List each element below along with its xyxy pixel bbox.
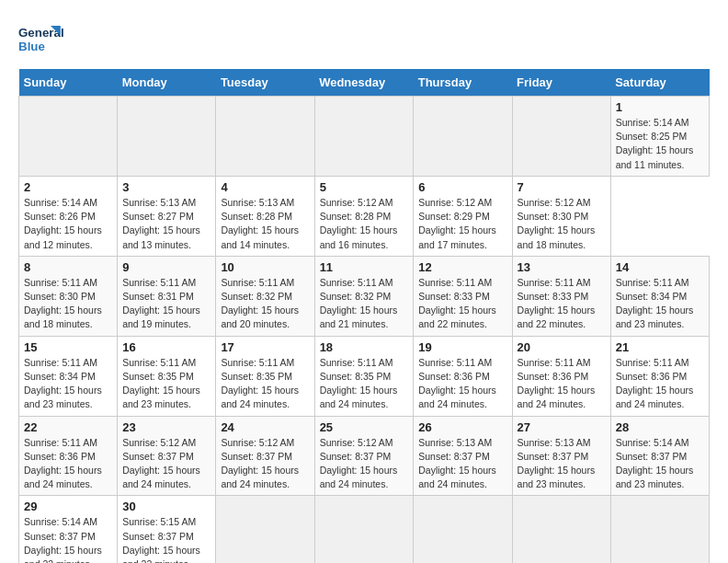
weekday-header-row: SundayMondayTuesdayWednesdayThursdayFrid…: [19, 69, 710, 97]
day-number: 25: [320, 420, 409, 434]
day-info: Sunrise: 5:13 AMSunset: 8:27 PMDaylight:…: [122, 196, 210, 252]
calendar-cell: 19Sunrise: 5:11 AMSunset: 8:36 PMDayligh…: [414, 336, 512, 416]
calendar-cell: 25Sunrise: 5:12 AMSunset: 8:37 PMDayligh…: [314, 416, 414, 496]
calendar-week-row: 8Sunrise: 5:11 AMSunset: 8:30 PMDaylight…: [19, 256, 710, 336]
day-info: Sunrise: 5:12 AMSunset: 8:28 PMDaylight:…: [320, 196, 409, 252]
calendar-cell: 7Sunrise: 5:12 AMSunset: 8:30 PMDaylight…: [512, 176, 610, 256]
calendar-cell: 17Sunrise: 5:11 AMSunset: 8:35 PMDayligh…: [216, 336, 314, 416]
day-info: Sunrise: 5:12 AMSunset: 8:37 PMDaylight:…: [320, 436, 409, 492]
day-info: Sunrise: 5:13 AMSunset: 8:37 PMDaylight:…: [518, 436, 606, 492]
calendar-cell: 26Sunrise: 5:13 AMSunset: 8:37 PMDayligh…: [414, 416, 512, 496]
day-number: 10: [221, 260, 309, 274]
logo-icon: GeneralBlue: [18, 18, 64, 60]
day-info: Sunrise: 5:11 AMSunset: 8:35 PMDaylight:…: [221, 356, 309, 412]
day-number: 28: [616, 420, 704, 434]
calendar-cell: 5Sunrise: 5:12 AMSunset: 8:28 PMDaylight…: [314, 176, 414, 256]
calendar-cell: [216, 496, 314, 563]
day-info: Sunrise: 5:13 AMSunset: 8:28 PMDaylight:…: [221, 196, 309, 252]
day-number: 9: [122, 260, 210, 274]
calendar-week-row: 1Sunrise: 5:14 AMSunset: 8:25 PMDaylight…: [19, 97, 710, 177]
calendar-week-row: 15Sunrise: 5:11 AMSunset: 8:34 PMDayligh…: [19, 336, 710, 416]
day-number: 11: [320, 260, 409, 274]
calendar-cell: [314, 97, 414, 177]
day-number: 1: [616, 100, 704, 114]
calendar-week-row: 2Sunrise: 5:14 AMSunset: 8:26 PMDaylight…: [19, 176, 710, 256]
day-number: 14: [616, 260, 704, 274]
weekday-header-thursday: Thursday: [414, 69, 512, 97]
weekday-header-monday: Monday: [118, 69, 216, 97]
day-number: 4: [221, 180, 309, 194]
day-info: Sunrise: 5:12 AMSunset: 8:30 PMDaylight:…: [518, 196, 606, 252]
day-number: 6: [418, 180, 506, 194]
calendar-cell: 28Sunrise: 5:14 AMSunset: 8:37 PMDayligh…: [610, 416, 709, 496]
calendar-cell: 16Sunrise: 5:11 AMSunset: 8:35 PMDayligh…: [118, 336, 216, 416]
day-info: Sunrise: 5:11 AMSunset: 8:35 PMDaylight:…: [122, 356, 210, 412]
day-number: 8: [24, 260, 112, 274]
day-number: 23: [122, 420, 210, 434]
day-info: Sunrise: 5:13 AMSunset: 8:37 PMDaylight:…: [418, 436, 506, 492]
day-number: 20: [518, 340, 606, 354]
day-info: Sunrise: 5:11 AMSunset: 8:32 PMDaylight:…: [221, 276, 309, 332]
day-info: Sunrise: 5:11 AMSunset: 8:34 PMDaylight:…: [616, 276, 704, 332]
day-number: 30: [122, 500, 210, 513]
day-number: 24: [221, 420, 309, 434]
day-number: 15: [24, 340, 112, 354]
day-info: Sunrise: 5:14 AMSunset: 8:37 PMDaylight:…: [616, 436, 704, 492]
calendar-cell: [216, 97, 314, 177]
day-info: Sunrise: 5:11 AMSunset: 8:34 PMDaylight:…: [24, 356, 112, 412]
calendar-cell: 11Sunrise: 5:11 AMSunset: 8:32 PMDayligh…: [314, 256, 414, 336]
header: GeneralBlue: [18, 18, 710, 60]
calendar-cell: 4Sunrise: 5:13 AMSunset: 8:28 PMDaylight…: [216, 176, 314, 256]
day-number: 29: [24, 500, 112, 513]
day-number: 18: [320, 340, 409, 354]
day-info: Sunrise: 5:15 AMSunset: 8:37 PMDaylight:…: [122, 515, 210, 563]
day-info: Sunrise: 5:11 AMSunset: 8:36 PMDaylight:…: [616, 356, 704, 412]
calendar-cell: [19, 97, 118, 177]
calendar-cell: 29Sunrise: 5:14 AMSunset: 8:37 PMDayligh…: [19, 496, 118, 563]
calendar-cell: 30Sunrise: 5:15 AMSunset: 8:37 PMDayligh…: [118, 496, 216, 563]
day-number: 2: [24, 180, 112, 194]
calendar-cell: 24Sunrise: 5:12 AMSunset: 8:37 PMDayligh…: [216, 416, 314, 496]
day-number: 5: [320, 180, 409, 194]
calendar-cell: 20Sunrise: 5:11 AMSunset: 8:36 PMDayligh…: [512, 336, 610, 416]
calendar-week-row: 22Sunrise: 5:11 AMSunset: 8:36 PMDayligh…: [19, 416, 710, 496]
calendar-body: 1Sunrise: 5:14 AMSunset: 8:25 PMDaylight…: [19, 97, 710, 564]
calendar-cell: 21Sunrise: 5:11 AMSunset: 8:36 PMDayligh…: [610, 336, 709, 416]
day-info: Sunrise: 5:11 AMSunset: 8:32 PMDaylight:…: [320, 276, 409, 332]
day-info: Sunrise: 5:14 AMSunset: 8:25 PMDaylight:…: [616, 116, 704, 172]
calendar-cell: 8Sunrise: 5:11 AMSunset: 8:30 PMDaylight…: [19, 256, 118, 336]
day-number: 16: [122, 340, 210, 354]
calendar-cell: 14Sunrise: 5:11 AMSunset: 8:34 PMDayligh…: [610, 256, 709, 336]
day-info: Sunrise: 5:11 AMSunset: 8:33 PMDaylight:…: [518, 276, 606, 332]
day-info: Sunrise: 5:11 AMSunset: 8:30 PMDaylight:…: [24, 276, 112, 332]
day-number: 27: [518, 420, 606, 434]
day-number: 7: [518, 180, 606, 194]
day-info: Sunrise: 5:12 AMSunset: 8:29 PMDaylight:…: [418, 196, 506, 252]
day-info: Sunrise: 5:11 AMSunset: 8:36 PMDaylight:…: [418, 356, 506, 412]
calendar-cell: 23Sunrise: 5:12 AMSunset: 8:37 PMDayligh…: [118, 416, 216, 496]
day-info: Sunrise: 5:11 AMSunset: 8:31 PMDaylight:…: [122, 276, 210, 332]
calendar-cell: [512, 496, 610, 563]
day-number: 3: [122, 180, 210, 194]
weekday-header-tuesday: Tuesday: [216, 69, 314, 97]
calendar-cell: 15Sunrise: 5:11 AMSunset: 8:34 PMDayligh…: [19, 336, 118, 416]
calendar-cell: 2Sunrise: 5:14 AMSunset: 8:26 PMDaylight…: [19, 176, 118, 256]
svg-text:Blue: Blue: [18, 40, 45, 53]
day-info: Sunrise: 5:14 AMSunset: 8:26 PMDaylight:…: [24, 196, 112, 252]
day-info: Sunrise: 5:11 AMSunset: 8:36 PMDaylight:…: [24, 436, 112, 492]
weekday-header-wednesday: Wednesday: [314, 69, 414, 97]
day-info: Sunrise: 5:12 AMSunset: 8:37 PMDaylight:…: [122, 436, 210, 492]
calendar-cell: [610, 496, 709, 563]
calendar-cell: 6Sunrise: 5:12 AMSunset: 8:29 PMDaylight…: [414, 176, 512, 256]
weekday-header-saturday: Saturday: [610, 69, 709, 97]
calendar-cell: 22Sunrise: 5:11 AMSunset: 8:36 PMDayligh…: [19, 416, 118, 496]
weekday-header-friday: Friday: [512, 69, 610, 97]
day-info: Sunrise: 5:11 AMSunset: 8:35 PMDaylight:…: [320, 356, 409, 412]
day-number: 21: [616, 340, 704, 354]
day-number: 19: [418, 340, 506, 354]
calendar-cell: 27Sunrise: 5:13 AMSunset: 8:37 PMDayligh…: [512, 416, 610, 496]
day-info: Sunrise: 5:11 AMSunset: 8:33 PMDaylight:…: [418, 276, 506, 332]
calendar-header: SundayMondayTuesdayWednesdayThursdayFrid…: [19, 69, 710, 97]
day-number: 26: [418, 420, 506, 434]
day-number: 12: [418, 260, 506, 274]
